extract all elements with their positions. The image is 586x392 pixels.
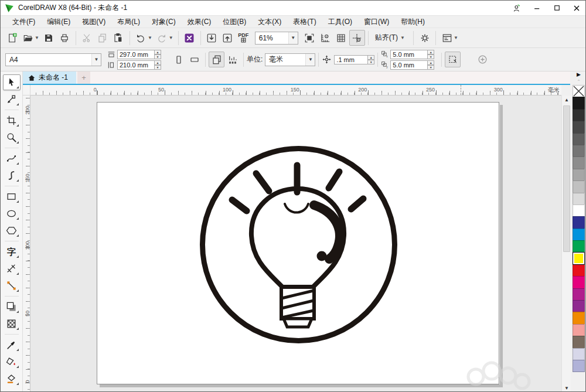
duplicate-x-spinner[interactable]: ▲▼ [428,50,434,59]
vertical-scrollbar[interactable]: ▲ ▼ [561,96,571,392]
menu-item-4[interactable]: 布局(L) [111,16,146,28]
show-guidelines-icon[interactable] [349,30,365,46]
menu-item-2[interactable]: 编辑(E) [41,16,76,28]
chevron-down-icon[interactable]: ▼ [305,54,315,66]
duplicate-y-spinner[interactable]: ▲▼ [428,60,434,70]
color-swatch-#2e3192[interactable] [573,216,585,229]
light-bulb-artwork[interactable] [194,143,403,352]
open-icon[interactable] [20,30,36,46]
interactive-fill-tool[interactable] [3,354,21,370]
horizontal-ruler[interactable]: 毫米 050100150200250300 [30,85,561,96]
canvas-viewport[interactable] [30,96,561,392]
menu-item-5[interactable]: 对象(C) [146,16,182,28]
color-swatch-#b0b2d8[interactable] [573,360,585,372]
show-grid-icon[interactable] [333,30,349,46]
snap-to-dropdown[interactable]: 贴齐(T) ▼ [372,30,410,46]
menu-item-6[interactable]: 效果(C) [182,16,217,28]
document-tab-active[interactable]: 未命名 -1 [23,71,76,84]
color-swatch-#e5007e[interactable] [573,276,585,288]
page-dimensions-button[interactable] [224,52,240,67]
page-height-spinner[interactable]: ▲▼ [155,60,161,70]
zoom-tool[interactable] [3,129,21,145]
color-swatch-#757575[interactable] [573,145,585,157]
units-combobox[interactable]: 毫米 ▼ [265,53,315,66]
color-swatch-#ffffff[interactable] [573,204,585,217]
account-icon[interactable] [507,1,527,15]
color-swatch-#191919[interactable] [573,97,585,109]
page-size-preset-combobox[interactable]: A4 ▼ [5,53,101,66]
page-height-field[interactable]: 210.0 mm [117,60,155,70]
minimize-button[interactable] [527,1,547,15]
treat-as-filled-button[interactable] [445,52,461,67]
bspline-tool[interactable] [3,168,21,183]
scroll-down-icon[interactable]: ▼ [562,384,571,392]
fullscreen-preview-icon[interactable] [302,30,318,46]
menu-item-12[interactable]: 帮助(H) [395,16,431,28]
menu-item-8[interactable]: 文本(X) [252,16,287,28]
export-icon[interactable] [220,30,236,46]
text-tool[interactable]: 字 [3,244,21,260]
landscape-orientation-button[interactable] [186,52,202,67]
color-swatch-#b01e8e[interactable] [573,288,585,301]
menu-item-3[interactable]: 视图(V) [76,16,111,28]
nudge-distance-field[interactable]: .1 mm [334,55,368,64]
color-swatch-#8f2a90[interactable] [573,300,585,312]
duplicate-y-field[interactable]: 5.0 mm [390,60,428,70]
maximize-button[interactable] [547,1,567,15]
close-button[interactable] [567,1,586,15]
color-swatch-#f4a09c[interactable] [573,324,585,336]
save-icon[interactable] [41,30,57,46]
scroll-up-icon[interactable]: ▲ [562,96,571,104]
color-swatch-#dbdbdb[interactable] [573,193,585,205]
menu-item-1[interactable]: 文件(F) [6,16,41,28]
polygon-tool[interactable] [3,223,21,238]
connector-tool[interactable] [3,278,21,294]
color-swatch-#f18a00[interactable] [573,312,585,324]
property-panel-icon[interactable] [439,30,455,46]
dimension-tool[interactable] [3,261,21,277]
vertical-ruler[interactable]: 200150100500 [23,96,30,392]
print-icon[interactable] [57,30,73,46]
transparency-tool[interactable] [3,316,21,332]
chevron-down-icon[interactable]: ▼ [148,35,152,40]
ellipse-tool[interactable] [3,206,21,221]
color-swatch-#fff200[interactable] [573,252,585,264]
chevron-down-icon[interactable]: ▼ [91,54,101,66]
search-content-icon[interactable] [182,30,197,46]
chevron-down-icon[interactable]: ▼ [35,35,39,40]
publish-pdf-icon[interactable]: PDF [236,30,251,46]
menu-item-9[interactable]: 表格(T) [287,16,322,28]
menu-item-11[interactable]: 窗口(W) [358,16,395,28]
color-swatch-#474747[interactable] [573,121,585,133]
color-swatch-#c0c0c0[interactable] [573,180,585,193]
scrollbar-thumb[interactable] [563,105,570,252]
duplicate-x-field[interactable]: 5.0 mm [390,50,428,59]
paste-icon[interactable] [111,30,127,46]
nudge-distance-spinner[interactable]: ▲▼ [368,55,374,64]
menu-item-10[interactable]: 工具(O) [322,16,358,28]
color-swatch-#00a651[interactable] [573,240,585,253]
show-rulers-icon[interactable] [318,30,333,46]
add-preset-icon[interactable] [475,52,490,67]
shape-tool[interactable] [3,91,21,107]
zoom-level-combobox[interactable]: 61% ▼ [255,32,298,45]
color-swatch-#8d8d8d[interactable] [573,156,585,169]
portrait-orientation-button[interactable] [171,52,186,67]
color-swatch-#e8111c[interactable] [573,264,585,277]
chevron-down-icon[interactable]: ▼ [288,32,298,44]
menu-item-7[interactable]: 位图(B) [217,16,252,28]
import-icon[interactable] [204,30,220,46]
new-document-icon[interactable] [4,30,20,46]
undo-icon[interactable] [133,30,149,46]
ruler-origin-corner[interactable] [23,85,30,96]
eyedropper-tool[interactable] [3,337,21,353]
color-swatch-#5e5e5e[interactable] [573,133,585,145]
smart-fill-tool[interactable] [3,371,21,387]
options-gear-icon[interactable] [417,30,432,46]
freehand-tool[interactable] [3,151,21,166]
new-tab-button[interactable]: + [77,71,90,84]
color-swatch-#a6a6a6[interactable] [573,169,585,181]
no-color-swatch[interactable] [573,85,585,97]
rectangle-tool[interactable] [3,189,21,204]
page-width-field[interactable]: 297.0 mm [117,50,155,59]
